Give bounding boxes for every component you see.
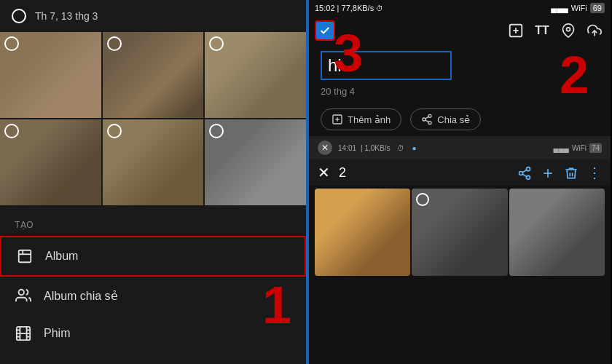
notification-bar: ✕ 14:01 | 1,0KB/s ⏱ ● ▄▄▄ WiFi 74 — [309, 136, 611, 159]
top-toolbar: 3 TT — [309, 16, 611, 45]
menu-album-label: Album — [45, 250, 78, 263]
text-icon[interactable]: TT — [532, 20, 552, 41]
menu-item-album[interactable]: Album — [0, 236, 306, 277]
svg-line-22 — [425, 116, 429, 119]
menu-item-film[interactable]: Phim — [0, 314, 306, 352]
notif-battery: 74 — [589, 143, 602, 153]
share-selection-icon[interactable] — [517, 165, 532, 181]
notif-sync-icon: ● — [412, 144, 416, 152]
photo-select-circle-4[interactable] — [4, 124, 19, 138]
notif-right-icons: ▄▄▄ WiFi 74 — [554, 143, 602, 153]
create-menu: TẠO Album Album chia sẻ — [0, 205, 306, 364]
notif-time: 14:01 — [338, 144, 356, 152]
shared-album-icon — [15, 287, 32, 304]
add-photo-label: Thêm ảnh — [348, 114, 391, 125]
selection-count: 2 — [339, 165, 346, 181]
left-panel: Th 7, 13 thg 3 TẠO — [0, 0, 306, 364]
delete-selection-icon[interactable] — [564, 165, 578, 181]
photo-cell-5[interactable] — [103, 119, 204, 205]
notification-close-button[interactable]: ✕ — [318, 141, 332, 155]
photo-select-circle-6[interactable] — [209, 124, 224, 138]
notif-status-icons: 14:01 | 1,0KB/s ⏱ ● — [338, 144, 548, 152]
selection-toolbar: ✕ 2 ⋮ — [309, 159, 611, 186]
notif-signal: ▄▄▄ — [554, 144, 569, 152]
svg-point-18 — [428, 114, 431, 117]
film-icon — [15, 325, 32, 342]
left-header: Th 7, 13 thg 3 — [0, 0, 306, 32]
strip-photo-1[interactable] — [315, 189, 410, 276]
add-selection-icon[interactable] — [541, 165, 555, 181]
red-number-2: 2 — [560, 45, 589, 105]
strip-photo-3[interactable] — [509, 189, 605, 276]
svg-line-26 — [522, 174, 527, 176]
notif-speed: | 1,0KB/s — [361, 144, 390, 152]
more-options-icon[interactable]: ⋮ — [587, 164, 602, 181]
svg-point-25 — [527, 176, 530, 180]
svg-rect-0 — [19, 250, 31, 263]
status-icons: ▄▄▄ WiFi 69 — [551, 3, 605, 13]
strip-select-circle[interactable] — [416, 193, 429, 206]
red-number-3: 3 — [334, 23, 363, 83]
share-button[interactable]: Chia sẻ — [410, 108, 481, 130]
header-date: Th 7, 13 thg 3 — [35, 10, 98, 22]
photo-grid — [0, 32, 306, 205]
svg-point-23 — [527, 167, 530, 171]
svg-line-27 — [522, 170, 527, 173]
svg-line-21 — [425, 120, 429, 122]
photo-select-circle-3[interactable] — [209, 36, 224, 51]
status-bar: 15:02 | 77,8KB/s ⏱ ▄▄▄ WiFi 69 — [309, 0, 611, 16]
header-circle-icon — [12, 9, 26, 23]
upload-icon[interactable] — [584, 20, 605, 41]
photo-cell-3[interactable] — [205, 32, 306, 118]
photo-select-circle-5[interactable] — [107, 124, 122, 138]
share-label: Chia sẻ — [437, 114, 470, 125]
menu-film-label: Phim — [44, 327, 70, 340]
notif-timer-icon: ⏱ — [397, 144, 404, 152]
right-panel: 15:02 | 77,8KB/s ⏱ ▄▄▄ WiFi 69 3 TT — [309, 0, 611, 364]
action-buttons: Thêm ảnh Chia sẻ — [309, 103, 611, 136]
menu-item-shared-album[interactable]: Album chia sẻ — [0, 277, 306, 314]
notif-wifi: WiFi — [572, 144, 586, 152]
album-icon — [16, 248, 34, 265]
add-photo-button[interactable]: Thêm ảnh — [321, 108, 401, 130]
status-time: 15:02 | 77,8KB/s ⏱ — [315, 4, 383, 12]
svg-point-1 — [19, 290, 24, 295]
create-label: TẠO — [0, 217, 306, 236]
svg-point-24 — [519, 172, 523, 175]
close-selection-button[interactable]: ✕ — [318, 164, 330, 181]
red-number-1: 1 — [262, 275, 291, 335]
photo-cell-1[interactable] — [0, 32, 101, 118]
wifi-icon: WiFi — [571, 4, 587, 12]
svg-point-20 — [428, 122, 431, 124]
add-image-icon[interactable] — [506, 20, 526, 41]
photo-cell-6[interactable] — [205, 119, 306, 205]
svg-point-13 — [567, 28, 570, 31]
battery-icon: 69 — [590, 3, 605, 13]
photo-select-circle-2[interactable] — [107, 36, 122, 51]
svg-point-19 — [423, 118, 425, 121]
photo-cell-4[interactable] — [0, 119, 101, 205]
photo-strip — [309, 186, 611, 364]
checkmark-button[interactable] — [315, 20, 335, 41]
photo-cell-2[interactable] — [103, 32, 204, 118]
signal-icon: ▄▄▄ — [551, 4, 568, 12]
photo-select-circle-1[interactable] — [4, 36, 19, 51]
strip-photo-2[interactable] — [412, 189, 507, 276]
location-icon[interactable] — [558, 20, 578, 41]
menu-shared-album-label: Album chia sẻ — [44, 289, 118, 303]
